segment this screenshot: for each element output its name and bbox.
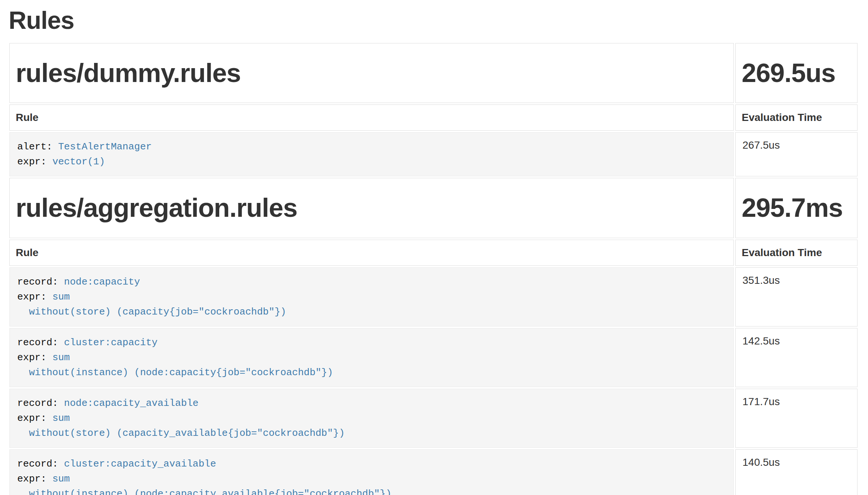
rule-value-link[interactable]: sum (52, 291, 70, 303)
rule-group-file: rules/dummy.rules (16, 55, 727, 91)
evaluation-time-column-header: Evaluation Time (735, 104, 858, 131)
rule-value-link[interactable]: vector(1) (52, 156, 105, 167)
rule-field-key: expr: (17, 352, 46, 363)
rule-evaluation-time-value: 351.3us (735, 267, 858, 327)
rule-value-link[interactable]: sum (52, 352, 70, 363)
rule-code: record: node:capacity expr: sum without(… (17, 274, 726, 319)
rules-table-body: rules/dummy.rules 269.5us Rule Evaluatio… (9, 43, 858, 495)
rule-value-link[interactable]: without(instance) (node:capacity_availab… (17, 488, 392, 495)
rule-group-eval-time-cell: 295.7ms (735, 178, 858, 238)
rule-code-cell: record: node:capacity_available expr: su… (9, 389, 734, 448)
column-header-row: Rule Evaluation Time (9, 240, 858, 266)
rule-group-evaluation-time: 269.5us (742, 55, 851, 91)
rule-value-link[interactable]: node:capacity_available (64, 398, 199, 409)
rule-value-link[interactable]: sum (52, 473, 70, 485)
rules-table: rules/dummy.rules 269.5us Rule Evaluatio… (8, 42, 859, 495)
rule-value-link[interactable]: cluster:capacity_available (64, 458, 216, 470)
rule-field-key: record: (17, 276, 58, 288)
rule-field-key: expr: (17, 473, 46, 485)
rule-code-cell: record: node:capacity expr: sum without(… (9, 267, 734, 327)
rule-field-key: record: (17, 398, 58, 409)
rule-group-header-row: rules/aggregation.rules 295.7ms (9, 178, 858, 238)
rule-value-link[interactable]: sum (52, 413, 70, 424)
page-title: Rules (9, 7, 859, 34)
rule-group-evaluation-time: 295.7ms (742, 190, 851, 226)
rule-code: record: cluster:capacity_available expr:… (17, 456, 726, 495)
rule-evaluation-time-value: 267.5us (735, 132, 858, 176)
rule-field-key: record: (17, 337, 58, 348)
rule-row: record: cluster:capacity expr: sum witho… (9, 328, 858, 387)
rule-code: record: cluster:capacity expr: sum witho… (17, 335, 726, 380)
rule-row: record: node:capacity_available expr: su… (9, 389, 858, 448)
rule-group-file: rules/aggregation.rules (16, 190, 727, 226)
rule-group-file-cell: rules/aggregation.rules (9, 178, 734, 238)
rule-value-link[interactable]: without(instance) (node:capacity{job="co… (17, 367, 333, 378)
rule-field-key: expr: (17, 291, 46, 303)
rule-row: record: node:capacity expr: sum without(… (9, 267, 858, 327)
rule-field-key: expr: (17, 156, 46, 167)
column-header-row: Rule Evaluation Time (9, 104, 858, 131)
rule-code-cell: record: cluster:capacity_available expr:… (9, 449, 734, 495)
rule-field-key: alert: (17, 141, 52, 152)
rule-value-link[interactable]: cluster:capacity (64, 337, 158, 348)
rule-group-eval-time-cell: 269.5us (735, 43, 858, 103)
rule-code: record: node:capacity_available expr: su… (17, 396, 726, 441)
rule-value-link[interactable]: TestAlertManager (58, 141, 152, 152)
rule-code-cell: record: cluster:capacity expr: sum witho… (9, 328, 734, 387)
rule-group-header-row: rules/dummy.rules 269.5us (9, 43, 858, 103)
rule-field-key: record: (17, 458, 58, 470)
rule-evaluation-time-value: 142.5us (735, 328, 858, 387)
rule-value-link[interactable]: without(store) (capacity{job="cockroachd… (17, 306, 286, 318)
rule-value-link[interactable]: without(store) (capacity_available{job="… (17, 428, 345, 439)
rule-column-header: Rule (9, 104, 734, 131)
rules-page: { "page": { "title": "Rules" }, "colors"… (0, 0, 868, 495)
rule-evaluation-time-value: 171.7us (735, 389, 858, 448)
rule-row: alert: TestAlertManager expr: vector(1) … (9, 132, 858, 176)
rule-value-link[interactable]: node:capacity (64, 276, 140, 288)
rule-field-key: expr: (17, 413, 46, 424)
rule-group-file-cell: rules/dummy.rules (9, 43, 734, 103)
evaluation-time-column-header: Evaluation Time (735, 240, 858, 266)
rule-column-header: Rule (9, 240, 734, 266)
rule-row: record: cluster:capacity_available expr:… (9, 449, 858, 495)
rule-code: alert: TestAlertManager expr: vector(1) (17, 139, 726, 169)
rule-evaluation-time-value: 140.5us (735, 449, 858, 495)
rule-code-cell: alert: TestAlertManager expr: vector(1) (9, 132, 734, 176)
